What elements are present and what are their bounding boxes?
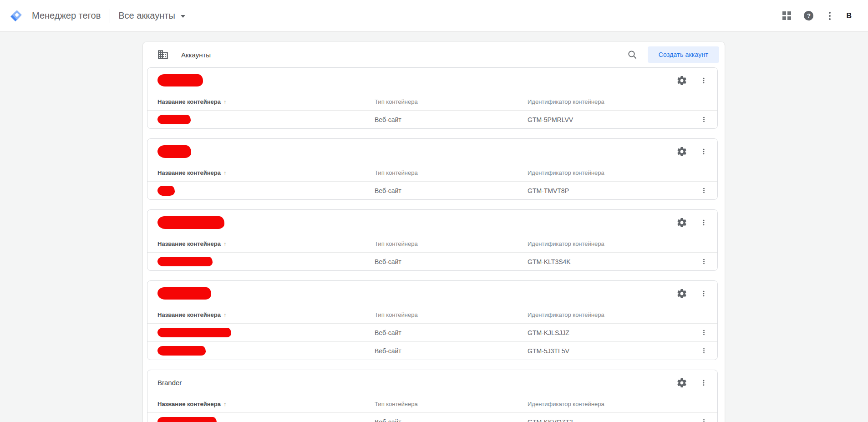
account-header-row [147,68,717,93]
dropdown-caret-icon [181,15,185,18]
account-switcher[interactable]: Все аккаунты [118,10,185,21]
gear-icon[interactable] [676,288,687,299]
apps-grid-icon[interactable] [782,11,791,20]
account-block: Название контейнера↑ Тип контейнера Иден… [147,138,718,200]
redacted-account-name [157,287,211,300]
gear-icon[interactable] [676,377,687,388]
page-title: Аккаунты [181,51,211,59]
col-header-id: Идентификатор контейнера [528,98,695,105]
account-name: Brander [157,379,182,386]
container-row[interactable]: Веб-сайт GTM-KJLSJJZ [147,323,717,341]
container-name [157,346,375,356]
redacted-container-name [157,328,231,337]
account-block: Название контейнера↑ Тип контейнера Иден… [147,209,718,271]
col-header-id: Идентификатор контейнера [528,169,695,176]
container-id: GTM-KLT3S4K [528,258,695,265]
sort-ascending-icon: ↑ [223,401,227,407]
account-name [157,287,211,300]
col-header-id: Идентификатор контейнера [528,240,695,247]
gtm-logo-icon[interactable] [10,10,22,22]
account-name [157,74,203,86]
container-more-icon[interactable] [698,327,709,338]
container-row[interactable]: Веб-сайт GTM-5PMRLVV [147,110,717,128]
container-more-icon[interactable] [698,185,709,196]
account-more-icon[interactable] [698,146,709,157]
page-background: Аккаунты Создать аккаунт Название контей… [0,32,868,422]
col-header-type: Тип контейнера [375,311,528,318]
more-vert-icon[interactable] [826,11,833,21]
container-more-icon[interactable] [698,346,709,356]
redacted-container-name [157,257,213,266]
redacted-container-name [157,115,191,124]
col-header-name[interactable]: Название контейнера↑ [157,169,375,176]
table-header-row: Название контейнера↑ Тип контейнера Иден… [147,164,717,181]
account-header-row [147,210,717,235]
table-header-row: Название контейнера↑ Тип контейнера Иден… [147,395,717,412]
col-header-name[interactable]: Название контейнера↑ [157,98,375,105]
redacted-account-name [157,74,203,86]
container-type: Веб-сайт [375,329,528,336]
container-more-icon[interactable] [698,114,709,125]
account-more-icon[interactable] [698,288,709,299]
container-name [157,186,375,196]
container-row[interactable]: Веб-сайт GTM-KLT3S4K [147,252,717,270]
account-header-row: Brander [147,370,717,395]
container-name [157,328,375,337]
account-more-icon[interactable] [698,75,709,86]
col-header-type: Тип контейнера [375,240,528,247]
container-type: Веб-сайт [375,418,528,422]
sort-ascending-icon: ↑ [223,98,227,105]
account-more-icon[interactable] [698,377,709,388]
table-header-row: Название контейнера↑ Тип контейнера Иден… [147,235,717,252]
topbar-divider [110,9,110,23]
account-block: Brander Название контейнера↑ Тип контейн… [147,370,718,422]
container-row[interactable]: Веб-сайт GTM-5J3TL5V [147,341,717,360]
container-id: GTM-5PMRLVV [528,116,695,123]
redacted-account-name [157,216,224,229]
redacted-container-name [157,346,206,356]
account-more-icon[interactable] [698,217,709,228]
account-name [157,145,191,158]
table-header-row: Название контейнера↑ Тип контейнера Иден… [147,93,717,110]
search-icon[interactable] [627,49,638,60]
account-header-row [147,281,717,306]
container-row[interactable]: Веб-сайт GTM-TMVT8P [147,181,717,199]
building-icon [157,49,169,61]
col-header-id: Идентификатор контейнера [528,401,695,407]
container-id: GTM-TMVT8P [528,187,695,194]
redacted-container-name [157,186,175,196]
gear-icon[interactable] [676,146,687,157]
sort-ascending-icon: ↑ [223,311,227,318]
account-switcher-label: Все аккаунты [118,10,175,21]
container-id: GTM-KJLSJJZ [528,329,695,336]
col-header-name[interactable]: Название контейнера↑ [157,401,375,407]
redacted-container-name [157,417,217,422]
account-block: Название контейнера↑ Тип контейнера Иден… [147,67,718,129]
help-icon[interactable]: ? [804,11,813,20]
create-account-button[interactable]: Создать аккаунт [648,46,719,63]
container-id: GTM-5J3TL5V [528,347,695,355]
col-header-name[interactable]: Название контейнера↑ [157,240,375,247]
container-more-icon[interactable] [698,256,709,267]
container-row[interactable]: Веб-сайт GTM-KKVQZT2 [147,412,717,422]
container-type: Веб-сайт [375,258,528,265]
sort-ascending-icon: ↑ [223,240,227,247]
container-id: GTM-KKVQZT2 [528,418,695,422]
avatar[interactable]: B [846,12,853,20]
container-more-icon[interactable] [698,417,709,422]
table-header-row: Название контейнера↑ Тип контейнера Иден… [147,306,717,323]
accounts-card: Аккаунты Создать аккаунт Название контей… [143,42,725,422]
col-header-type: Тип контейнера [375,98,528,105]
account-header-row [147,139,717,164]
container-type: Веб-сайт [375,116,528,123]
account-block: Название контейнера↑ Тип контейнера Иден… [147,280,718,360]
redacted-account-name [157,145,191,158]
col-header-type: Тип контейнера [375,401,528,407]
container-type: Веб-сайт [375,187,528,194]
gear-icon[interactable] [676,217,687,228]
gear-icon[interactable] [676,75,687,86]
col-header-name[interactable]: Название контейнера↑ [157,311,375,318]
container-type: Веб-сайт [375,347,528,355]
account-name [157,216,224,229]
sort-ascending-icon: ↑ [223,169,227,176]
